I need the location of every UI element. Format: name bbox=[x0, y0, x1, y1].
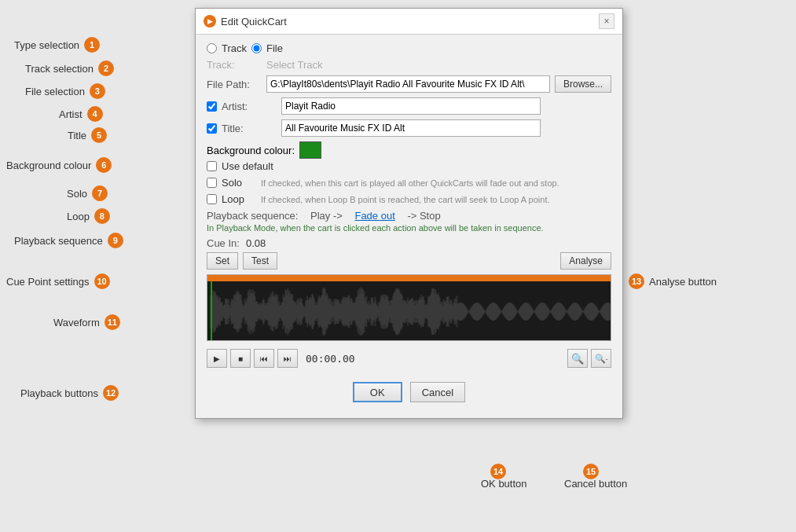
artist-label[interactable]: Artist: bbox=[222, 101, 277, 112]
cue-point-row: Cue In: 0.08 bbox=[207, 237, 611, 249]
cancel-button[interactable]: Cancel bbox=[410, 382, 465, 402]
select-track-value: Select Track bbox=[266, 59, 323, 71]
colour-swatch[interactable] bbox=[299, 141, 321, 159]
set-button[interactable]: Set bbox=[207, 252, 238, 270]
file-path-row: File Path: Browse... bbox=[207, 75, 611, 93]
stop-button[interactable]: ■ bbox=[230, 349, 251, 368]
title-annotation: Title 5 bbox=[68, 127, 107, 143]
ok-button[interactable]: OK bbox=[353, 382, 402, 402]
file-path-input[interactable] bbox=[266, 75, 550, 93]
file-radio[interactable] bbox=[251, 43, 262, 53]
fade-out-link[interactable]: Fade out bbox=[354, 210, 394, 222]
artist-annotation: Artist 4 bbox=[59, 106, 103, 122]
loop-checkbox[interactable] bbox=[207, 194, 217, 204]
ok-annotation: 14 bbox=[490, 464, 506, 479]
type-selection-row: Track File bbox=[207, 42, 611, 54]
waveform-container[interactable] bbox=[207, 274, 611, 341]
solo-checkbox[interactable] bbox=[207, 178, 217, 188]
cue-buttons-row: Set Test Analyse bbox=[207, 252, 611, 270]
zoom-out-button[interactable]: 🔍- bbox=[591, 349, 611, 368]
artist-input[interactable] bbox=[281, 97, 541, 115]
play-text: Play -> bbox=[310, 210, 343, 222]
track-selection-annotation: Track selection 2 bbox=[25, 61, 114, 76]
cancel-label: Cancel button bbox=[564, 478, 627, 490]
dialog-body: Track File Track: Select Track File Path… bbox=[196, 35, 622, 418]
file-radio-label[interactable]: File bbox=[266, 42, 283, 54]
time-display: 00:00.00 bbox=[301, 351, 564, 366]
playback-sequence-annotation: Playback sequence 9 bbox=[14, 233, 123, 248]
background-colour-section: Background colour: Use default bbox=[207, 141, 611, 172]
loop-desc: If checked, when Loop B point is reached… bbox=[261, 195, 550, 204]
file-selection-annotation: File selection 3 bbox=[25, 83, 105, 99]
analyse-button[interactable]: Analyse bbox=[560, 252, 611, 270]
type-selection-annotation: Type selection 1 bbox=[14, 37, 100, 53]
app-icon: ▶ bbox=[204, 15, 216, 28]
track-radio[interactable] bbox=[207, 43, 217, 53]
artist-checkbox[interactable] bbox=[207, 101, 217, 112]
dialog-titlebar: ▶ Edit QuickCart × bbox=[196, 9, 622, 35]
cue-point-annotation: Cue Point settings 10 bbox=[6, 273, 110, 289]
loop-row: Loop If checked, when Loop B point is re… bbox=[207, 193, 611, 205]
waveform-progress bbox=[207, 275, 611, 281]
solo-annotation: Solo 7 bbox=[67, 185, 108, 201]
rewind-button[interactable]: ⏮ bbox=[254, 349, 274, 368]
playback-prefix: Playback sequence: bbox=[207, 210, 298, 222]
title-row: Title: bbox=[207, 119, 611, 137]
browse-button[interactable]: Browse... bbox=[555, 75, 611, 93]
solo-desc: If checked, when this cart is played all… bbox=[261, 178, 559, 188]
ok-label: OK button bbox=[481, 478, 527, 490]
use-default-label[interactable]: Use default bbox=[222, 160, 273, 172]
fast-forward-button[interactable]: ⏭ bbox=[277, 349, 298, 368]
cue-in-value: 0.08 bbox=[246, 237, 266, 249]
solo-label: Solo bbox=[222, 177, 256, 189]
waveform-canvas bbox=[207, 281, 611, 341]
title-input[interactable] bbox=[281, 119, 541, 137]
titlebar-left: ▶ Edit QuickCart bbox=[204, 15, 287, 28]
playback-buttons-annotation: Playback buttons 12 bbox=[20, 385, 119, 401]
track-label: Track: bbox=[207, 59, 262, 71]
background-colour-label: Background colour: bbox=[207, 145, 295, 156]
analyse-annotation: 13 Analyse button bbox=[629, 273, 717, 289]
cancel-annotation: 15 bbox=[583, 464, 599, 479]
cue-in-label: Cue In: bbox=[207, 237, 240, 249]
file-path-label: File Path: bbox=[207, 79, 262, 90]
use-default-checkbox[interactable] bbox=[207, 161, 217, 171]
title-label[interactable]: Title: bbox=[222, 123, 277, 134]
solo-row: Solo If checked, when this cart is playe… bbox=[207, 177, 611, 189]
title-checkbox[interactable] bbox=[207, 123, 217, 134]
track-radio-label[interactable]: Track bbox=[222, 42, 247, 54]
track-selection-row: Track: Select Track bbox=[207, 59, 611, 71]
playback-sequence-section: Playback sequence: Play -> Fade out -> S… bbox=[207, 210, 611, 233]
arrow-stop: -> Stop bbox=[407, 210, 440, 222]
waveform-annotation: Waveform 11 bbox=[53, 314, 120, 330]
background-colour-annotation: Background colour 6 bbox=[6, 157, 112, 173]
edit-quickcart-dialog: ▶ Edit QuickCart × Track File Track: Sel… bbox=[195, 8, 623, 419]
playback-controls-row: ▶ ■ ⏮ ⏭ 00:00.00 🔍 🔍- bbox=[207, 346, 611, 371]
loop-label: Loop bbox=[222, 193, 256, 205]
loop-annotation: Loop 8 bbox=[67, 208, 110, 224]
playback-seq-note: In Playback Mode, when the cart is click… bbox=[207, 223, 611, 233]
artist-row: Artist: bbox=[207, 97, 611, 115]
dialog-footer: OK Cancel bbox=[207, 377, 611, 410]
play-button[interactable]: ▶ bbox=[207, 349, 227, 368]
dialog-title: Edit QuickCart bbox=[221, 16, 287, 28]
close-button[interactable]: × bbox=[599, 13, 614, 29]
zoom-in-button[interactable]: 🔍 bbox=[567, 349, 588, 368]
test-button[interactable]: Test bbox=[243, 252, 277, 270]
